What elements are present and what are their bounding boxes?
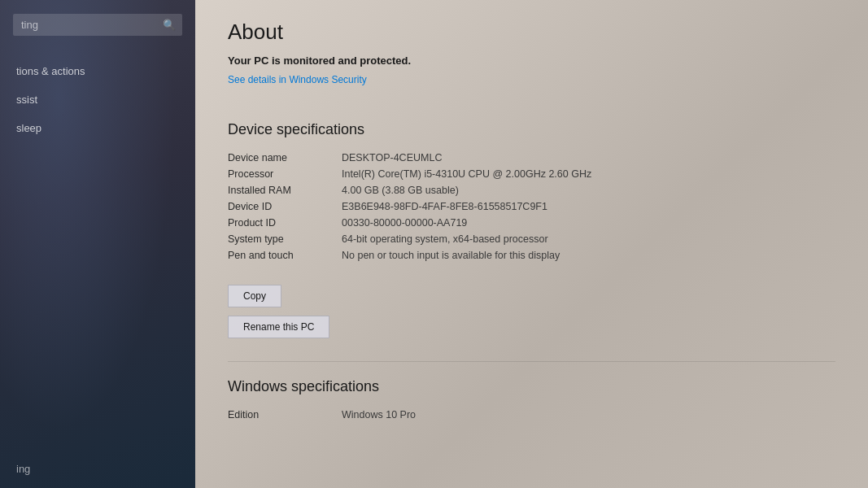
rename-pc-button[interactable]: Rename this PC [228, 316, 329, 338]
sidebar-item-assist[interactable]: ssist [0, 85, 195, 114]
spec-value-pen-touch: No pen or touch input is available for t… [342, 250, 835, 261]
windows-specs-table: Edition Windows 10 Pro [228, 407, 835, 423]
spec-row-processor: Processor Intel(R) Core(TM) i5-4310U CPU… [228, 166, 835, 182]
spec-value-ram: 4.00 GB (3.88 GB usable) [342, 185, 835, 196]
sidebar-search-area: 🔍 [0, 0, 195, 49]
device-specs-table: Device name DESKTOP-4CEUMLC Processor In… [228, 150, 835, 264]
main-content: About Your PC is monitored and protected… [195, 0, 868, 488]
protection-text: Your PC is monitored and protected. [228, 54, 835, 67]
sidebar-nav: tions & actions ssist sleep [0, 49, 195, 450]
spec-row-system-type: System type 64-bit operating system, x64… [228, 231, 835, 247]
spec-row-device-id: Device ID E3B6E948-98FD-4FAF-8FE8-615585… [228, 198, 835, 215]
sidebar: 🔍 tions & actions ssist sleep ing [0, 0, 195, 488]
spec-label-product-id: Product ID [228, 217, 342, 229]
spec-label-device-name: Device name [228, 152, 342, 163]
spec-value-product-id: 00330-80000-00000-AA719 [342, 217, 835, 229]
sidebar-bottom-item[interactable]: ing [0, 450, 195, 488]
spec-label-pen-touch: Pen and touch [228, 250, 342, 261]
spec-row-ram: Installed RAM 4.00 GB (3.88 GB usable) [228, 182, 835, 198]
spec-row-pen-touch: Pen and touch No pen or touch input is a… [228, 247, 835, 264]
spec-label-processor: Processor [228, 168, 342, 180]
divider [228, 361, 835, 362]
windows-specs-title: Windows specifications [228, 378, 835, 395]
spec-label-system-type: System type [228, 233, 342, 245]
sidebar-item-notifications[interactable]: tions & actions [0, 57, 195, 85]
search-icon: 🔍 [163, 19, 176, 31]
windows-security-link[interactable]: See details in Windows Security [228, 74, 367, 85]
spec-label-edition: Edition [228, 409, 342, 420]
page-title: About [228, 20, 835, 45]
copy-button[interactable]: Copy [228, 285, 281, 307]
spec-value-edition: Windows 10 Pro [342, 409, 835, 420]
spec-row-device-name: Device name DESKTOP-4CEUMLC [228, 150, 835, 166]
search-input[interactable] [13, 14, 182, 36]
device-specs-title: Device specifications [228, 121, 835, 138]
sidebar-item-sleep[interactable]: sleep [0, 114, 195, 142]
spec-row-product-id: Product ID 00330-80000-00000-AA719 [228, 215, 835, 231]
spec-value-device-name: DESKTOP-4CEUMLC [342, 152, 835, 163]
spec-value-device-id: E3B6E948-98FD-4FAF-8FE8-61558517C9F1 [342, 201, 835, 212]
spec-label-device-id: Device ID [228, 201, 342, 212]
spec-value-processor: Intel(R) Core(TM) i5-4310U CPU @ 2.00GHz… [342, 168, 835, 180]
spec-label-ram: Installed RAM [228, 185, 342, 196]
spec-row-edition: Edition Windows 10 Pro [228, 407, 835, 423]
spec-value-system-type: 64-bit operating system, x64-based proce… [342, 233, 835, 245]
